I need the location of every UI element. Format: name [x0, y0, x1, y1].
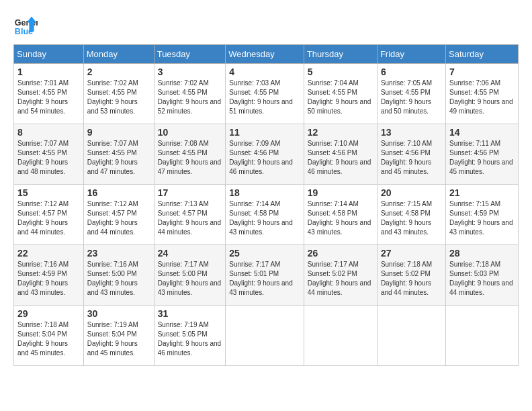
- daylight-label: Daylight: 9 hours and 54 minutes.: [17, 98, 68, 115]
- daylight-label: Daylight: 9 hours and 44 minutes.: [87, 219, 138, 236]
- calendar-cell: 1 Sunrise: 7:01 AM Sunset: 4:55 PM Dayli…: [14, 64, 84, 124]
- sunrise-label: Sunrise: 7:08 AM: [158, 140, 209, 147]
- weekday-header-row: SundayMondayTuesdayWednesdayThursdayFrid…: [14, 45, 519, 64]
- sunset-label: Sunset: 4:56 PM: [229, 149, 279, 156]
- calendar-cell: 12 Sunrise: 7:10 AM Sunset: 4:56 PM Dayl…: [304, 124, 377, 185]
- daylight-label: Daylight: 9 hours and 43 minutes.: [87, 279, 138, 296]
- calendar-cell: 11 Sunrise: 7:09 AM Sunset: 4:56 PM Dayl…: [226, 124, 304, 185]
- calendar-cell: 14 Sunrise: 7:11 AM Sunset: 4:56 PM Dayl…: [445, 124, 518, 185]
- sunrise-label: Sunrise: 7:18 AM: [381, 261, 432, 268]
- daylight-label: Daylight: 9 hours and 43 minutes.: [17, 279, 68, 296]
- sunrise-label: Sunrise: 7:17 AM: [229, 261, 280, 268]
- sunrise-label: Sunrise: 7:04 AM: [308, 79, 359, 87]
- daylight-label: Daylight: 9 hours and 45 minutes.: [449, 158, 513, 175]
- day-info: Sunrise: 7:09 AM Sunset: 4:56 PM Dayligh…: [229, 139, 300, 177]
- sunrise-label: Sunrise: 7:02 AM: [87, 79, 138, 87]
- calendar-cell: 2 Sunrise: 7:02 AM Sunset: 4:55 PM Dayli…: [83, 64, 154, 124]
- sunset-label: Sunset: 4:58 PM: [308, 210, 357, 217]
- week-row-1: 1 Sunrise: 7:01 AM Sunset: 4:55 PM Dayli…: [14, 64, 519, 124]
- day-info: Sunrise: 7:14 AM Sunset: 4:58 PM Dayligh…: [308, 199, 373, 237]
- daylight-label: Daylight: 9 hours and 46 minutes.: [158, 340, 222, 357]
- day-info: Sunrise: 7:15 AM Sunset: 4:59 PM Dayligh…: [449, 199, 515, 237]
- sunset-label: Sunset: 5:00 PM: [158, 270, 208, 277]
- sunrise-label: Sunrise: 7:07 AM: [87, 140, 138, 147]
- sunrise-label: Sunrise: 7:16 AM: [87, 261, 138, 268]
- sunset-label: Sunset: 5:04 PM: [17, 330, 67, 338]
- daylight-label: Daylight: 9 hours and 44 minutes.: [158, 219, 222, 236]
- weekday-header-wednesday: Wednesday: [226, 45, 304, 64]
- daylight-label: Daylight: 9 hours and 44 minutes.: [17, 219, 68, 236]
- calendar-cell: [304, 306, 377, 366]
- daylight-label: Daylight: 9 hours and 50 minutes.: [308, 98, 371, 115]
- day-info: Sunrise: 7:12 AM Sunset: 4:57 PM Dayligh…: [17, 199, 80, 237]
- weekday-header-saturday: Saturday: [445, 45, 518, 64]
- daylight-label: Daylight: 9 hours and 50 minutes.: [381, 98, 431, 115]
- week-row-2: 8 Sunrise: 7:07 AM Sunset: 4:55 PM Dayli…: [14, 124, 519, 185]
- weekday-header-sunday: Sunday: [14, 45, 84, 64]
- calendar-cell: 17 Sunrise: 7:13 AM Sunset: 4:57 PM Dayl…: [154, 185, 226, 245]
- day-number: 19: [308, 187, 373, 198]
- sunset-label: Sunset: 5:04 PM: [87, 330, 137, 338]
- day-info: Sunrise: 7:18 AM Sunset: 5:03 PM Dayligh…: [449, 260, 515, 298]
- daylight-label: Daylight: 9 hours and 43 minutes.: [308, 219, 371, 236]
- calendar-cell: 28 Sunrise: 7:18 AM Sunset: 5:03 PM Dayl…: [445, 245, 518, 306]
- day-number: 13: [381, 127, 442, 138]
- day-info: Sunrise: 7:16 AM Sunset: 5:00 PM Dayligh…: [87, 260, 150, 298]
- sunrise-label: Sunrise: 7:03 AM: [229, 79, 280, 87]
- calendar-cell: 16 Sunrise: 7:12 AM Sunset: 4:57 PM Dayl…: [83, 185, 154, 245]
- day-info: Sunrise: 7:17 AM Sunset: 5:01 PM Dayligh…: [229, 260, 300, 298]
- day-info: Sunrise: 7:03 AM Sunset: 4:55 PM Dayligh…: [229, 79, 300, 116]
- daylight-label: Daylight: 9 hours and 52 minutes.: [158, 98, 222, 115]
- day-number: 9: [87, 127, 150, 138]
- calendar-cell: 29 Sunrise: 7:18 AM Sunset: 5:04 PM Dayl…: [14, 306, 84, 366]
- week-row-3: 15 Sunrise: 7:12 AM Sunset: 4:57 PM Dayl…: [14, 185, 519, 245]
- day-info: Sunrise: 7:17 AM Sunset: 5:00 PM Dayligh…: [158, 260, 222, 298]
- day-number: 3: [158, 66, 222, 77]
- sunset-label: Sunset: 4:55 PM: [449, 89, 499, 96]
- sunset-label: Sunset: 4:56 PM: [381, 149, 431, 156]
- day-info: Sunrise: 7:16 AM Sunset: 4:59 PM Dayligh…: [17, 260, 80, 298]
- day-number: 5: [308, 66, 373, 77]
- day-number: 6: [381, 66, 442, 77]
- day-info: Sunrise: 7:07 AM Sunset: 4:55 PM Dayligh…: [17, 139, 80, 177]
- calendar-cell: 7 Sunrise: 7:06 AM Sunset: 4:55 PM Dayli…: [445, 64, 518, 124]
- sunrise-label: Sunrise: 7:17 AM: [158, 261, 209, 268]
- day-info: Sunrise: 7:15 AM Sunset: 4:58 PM Dayligh…: [381, 199, 442, 237]
- calendar-cell: 27 Sunrise: 7:18 AM Sunset: 5:02 PM Dayl…: [377, 245, 445, 306]
- sunset-label: Sunset: 4:55 PM: [158, 89, 208, 96]
- day-info: Sunrise: 7:02 AM Sunset: 4:55 PM Dayligh…: [158, 79, 222, 116]
- calendar-cell: 6 Sunrise: 7:05 AM Sunset: 4:55 PM Dayli…: [377, 64, 445, 124]
- day-number: 27: [381, 248, 442, 259]
- day-number: 16: [87, 187, 150, 198]
- calendar-cell: [226, 306, 304, 366]
- sunset-label: Sunset: 4:58 PM: [381, 210, 431, 217]
- sunset-label: Sunset: 4:56 PM: [308, 149, 357, 156]
- day-number: 2: [87, 66, 150, 77]
- day-number: 24: [158, 248, 222, 259]
- calendar-cell: 23 Sunrise: 7:16 AM Sunset: 5:00 PM Dayl…: [83, 245, 154, 306]
- sunset-label: Sunset: 4:56 PM: [449, 149, 499, 156]
- day-info: Sunrise: 7:01 AM Sunset: 4:55 PM Dayligh…: [17, 79, 80, 116]
- day-number: 21: [449, 187, 515, 198]
- logo-icon: General Blue: [13, 13, 38, 38]
- daylight-label: Daylight: 9 hours and 51 minutes.: [229, 98, 293, 115]
- daylight-label: Daylight: 9 hours and 43 minutes.: [229, 219, 293, 236]
- day-number: 25: [229, 248, 300, 259]
- daylight-label: Daylight: 9 hours and 43 minutes.: [381, 219, 431, 236]
- daylight-label: Daylight: 9 hours and 45 minutes.: [17, 340, 68, 357]
- day-number: 1: [17, 66, 80, 77]
- calendar-cell: 21 Sunrise: 7:15 AM Sunset: 4:59 PM Dayl…: [445, 185, 518, 245]
- sunrise-label: Sunrise: 7:02 AM: [158, 79, 209, 87]
- daylight-label: Daylight: 9 hours and 43 minutes.: [158, 279, 222, 296]
- calendar-cell: 30 Sunrise: 7:19 AM Sunset: 5:04 PM Dayl…: [83, 306, 154, 366]
- sunrise-label: Sunrise: 7:17 AM: [308, 261, 359, 268]
- daylight-label: Daylight: 9 hours and 44 minutes.: [308, 279, 371, 296]
- sunrise-label: Sunrise: 7:07 AM: [17, 140, 69, 147]
- day-number: 14: [449, 127, 515, 138]
- weekday-header-thursday: Thursday: [304, 45, 377, 64]
- day-number: 20: [381, 187, 442, 198]
- sunrise-label: Sunrise: 7:09 AM: [229, 140, 280, 147]
- sunrise-label: Sunrise: 7:10 AM: [381, 140, 432, 147]
- day-info: Sunrise: 7:18 AM Sunset: 5:04 PM Dayligh…: [17, 320, 80, 358]
- day-info: Sunrise: 7:18 AM Sunset: 5:02 PM Dayligh…: [381, 260, 442, 298]
